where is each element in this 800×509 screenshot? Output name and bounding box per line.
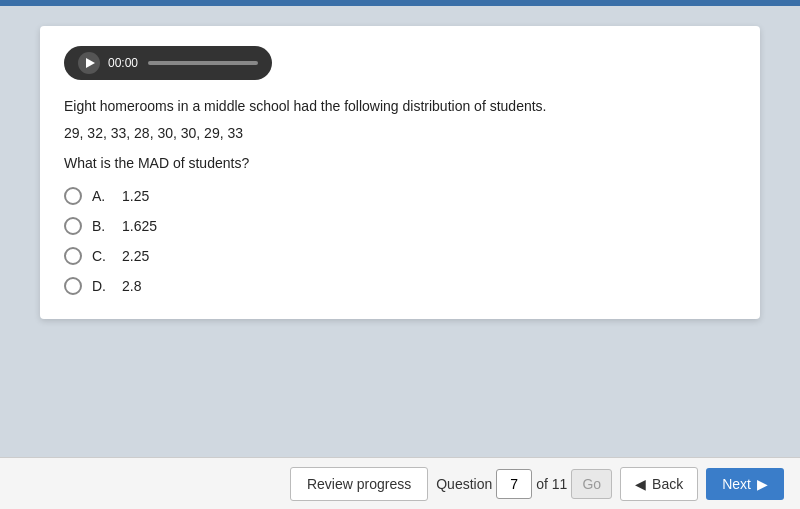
options-list: A. 1.25 B. 1.625 C. 2.25 D. 2.8 [64,187,736,295]
question-card: 00:00 Eight homerooms in a middle school… [40,26,760,319]
option-value: 1.25 [122,188,149,204]
radio-button[interactable] [64,277,82,295]
bottom-bar: Review progress Question of 11 Go ◀ Back… [0,457,800,509]
back-label: Back [652,476,683,492]
audio-time: 00:00 [108,56,140,70]
option-letter: C. [92,248,112,264]
mad-question: What is the MAD of students? [64,155,736,171]
back-button[interactable]: ◀ Back [620,467,698,501]
option-value: 1.625 [122,218,157,234]
question-description: Eight homerooms in a middle school had t… [64,96,736,117]
next-button[interactable]: Next ▶ [706,468,784,500]
option-item[interactable]: B. 1.625 [64,217,736,235]
go-button[interactable]: Go [571,469,612,499]
option-letter: D. [92,278,112,294]
option-value: 2.8 [122,278,141,294]
back-arrow-icon: ◀ [635,476,646,492]
question-label: Question [436,476,492,492]
audio-progress-track[interactable] [148,61,258,65]
of-label: of 11 [536,476,567,492]
radio-button[interactable] [64,247,82,265]
option-item[interactable]: C. 2.25 [64,247,736,265]
option-value: 2.25 [122,248,149,264]
radio-button[interactable] [64,187,82,205]
main-content: 00:00 Eight homerooms in a middle school… [0,6,800,457]
audio-player[interactable]: 00:00 [64,46,272,80]
next-label: Next [722,476,751,492]
radio-button[interactable] [64,217,82,235]
data-values: 29, 32, 33, 28, 30, 30, 29, 33 [64,125,736,141]
play-button[interactable] [78,52,100,74]
question-number-input[interactable] [496,469,532,499]
play-icon [86,58,95,68]
option-item[interactable]: A. 1.25 [64,187,736,205]
question-nav: Question of 11 Go [436,469,612,499]
review-progress-button[interactable]: Review progress [290,467,428,501]
option-item[interactable]: D. 2.8 [64,277,736,295]
option-letter: A. [92,188,112,204]
next-arrow-icon: ▶ [757,476,768,492]
option-letter: B. [92,218,112,234]
